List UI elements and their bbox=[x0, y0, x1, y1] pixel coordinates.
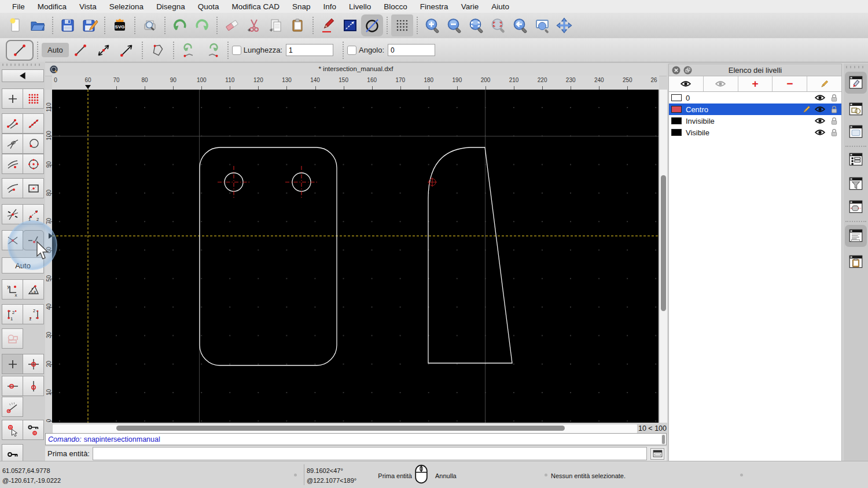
layer-visibility-icon[interactable] bbox=[815, 94, 825, 102]
current-tool-line-button[interactable] bbox=[6, 40, 34, 61]
zoom-auto-button[interactable] bbox=[465, 14, 487, 36]
edit-layer-button[interactable] bbox=[807, 76, 841, 91]
layer-edit-icon[interactable] bbox=[801, 105, 811, 113]
length-input[interactable] bbox=[286, 44, 333, 56]
menu-seleziona[interactable]: Seleziona bbox=[103, 2, 150, 11]
layer-row-invisibile[interactable]: Invisibile bbox=[669, 115, 841, 127]
layer-visibility-icon[interactable] bbox=[815, 117, 825, 125]
save-button[interactable] bbox=[57, 14, 79, 36]
menu-disegna[interactable]: Disegna bbox=[150, 2, 192, 11]
redo-segment-button[interactable] bbox=[201, 41, 224, 60]
menu-vista[interactable]: Vista bbox=[73, 2, 103, 11]
zoom-pan-button[interactable] bbox=[553, 14, 575, 36]
coord-cartesian-button[interactable]: yx bbox=[2, 279, 23, 300]
restrict-crosshair-button[interactable] bbox=[23, 354, 44, 374]
snap-auto-intersection-button[interactable] bbox=[2, 204, 23, 224]
restrict-angle-button[interactable] bbox=[2, 397, 23, 417]
layer-visibility-icon[interactable] bbox=[815, 105, 825, 113]
ellipse-line-button[interactable] bbox=[361, 14, 383, 36]
dock-pen-widget-button[interactable] bbox=[845, 72, 867, 94]
length-checkbox[interactable] bbox=[232, 46, 241, 55]
layer-row-centro[interactable]: Centro bbox=[669, 103, 841, 115]
layer-visibility-icon[interactable] bbox=[815, 128, 825, 136]
dock-list-widget-button[interactable] bbox=[845, 149, 867, 171]
horizontal-scrollbar-thumb[interactable] bbox=[116, 426, 565, 431]
eraser-button[interactable] bbox=[221, 14, 243, 36]
open-file-button[interactable] bbox=[27, 14, 49, 36]
layer-lock-icon[interactable] bbox=[829, 94, 839, 102]
show-all-layers-button[interactable] bbox=[669, 76, 704, 91]
paste-button[interactable] bbox=[287, 14, 309, 36]
angle-input[interactable] bbox=[388, 44, 435, 56]
layer-lock-icon[interactable] bbox=[829, 105, 839, 113]
snap-center-button[interactable] bbox=[23, 154, 44, 174]
restrict-nothing-button[interactable] bbox=[2, 328, 23, 349]
restrict-vertical-button[interactable] bbox=[23, 376, 44, 396]
undo-button[interactable] bbox=[169, 14, 191, 36]
line-attributes-button[interactable] bbox=[339, 14, 361, 36]
angle-checkbox[interactable] bbox=[347, 46, 356, 55]
save-as-button[interactable] bbox=[79, 14, 101, 36]
menu-modifica[interactable]: Modifica bbox=[31, 2, 73, 11]
restrict-free-button[interactable] bbox=[2, 354, 23, 374]
command-keyboard-button[interactable] bbox=[650, 448, 664, 460]
snap-on-circle-button[interactable] bbox=[23, 134, 44, 154]
pen-button[interactable] bbox=[317, 14, 339, 36]
coord-polar-button[interactable]: ra bbox=[23, 279, 44, 300]
line-double-arrow-button[interactable] bbox=[92, 41, 115, 60]
remove-layer-button[interactable]: − bbox=[773, 76, 807, 91]
zoom-out-button[interactable] bbox=[443, 14, 465, 36]
line-arrow-button[interactable] bbox=[115, 41, 138, 60]
layer-lock-icon[interactable] bbox=[829, 117, 839, 125]
snap-on-entity-button[interactable] bbox=[23, 113, 44, 134]
dock-block-widget-button[interactable] bbox=[845, 98, 867, 120]
layer-row-0[interactable]: 0 bbox=[669, 92, 841, 103]
restrict-horizontal-button[interactable] bbox=[2, 376, 23, 396]
add-layer-button[interactable]: + bbox=[738, 76, 773, 91]
dock-preview-widget-button[interactable] bbox=[845, 121, 867, 143]
menu-snap[interactable]: Snap bbox=[286, 2, 317, 11]
redo-button[interactable] bbox=[191, 14, 213, 36]
snap-endpoint-button[interactable] bbox=[2, 113, 23, 134]
dock-clipboard-widget-button[interactable] bbox=[845, 251, 867, 273]
undock-panel-icon[interactable] bbox=[683, 66, 692, 75]
grid-toggle-button[interactable] bbox=[391, 14, 413, 36]
lock-relative-zero-target-button[interactable] bbox=[23, 420, 44, 440]
line-two-points-button[interactable] bbox=[69, 41, 92, 60]
command-history[interactable]: Comando: snapintersectionmanual bbox=[45, 433, 667, 445]
menu-finestra[interactable]: Finestra bbox=[414, 2, 455, 11]
dock-material-widget-button[interactable] bbox=[845, 196, 867, 218]
menu-aiuto[interactable]: Aiuto bbox=[485, 2, 516, 11]
zoom-selected-button[interactable] bbox=[487, 14, 509, 36]
menu-info[interactable]: Info bbox=[317, 2, 343, 11]
new-file-button[interactable] bbox=[5, 14, 27, 36]
command-input[interactable] bbox=[93, 447, 647, 460]
ortho-2-1-button[interactable]: 12 bbox=[23, 304, 44, 324]
snap-reference-rect-button[interactable] bbox=[23, 178, 44, 198]
menu-quota[interactable]: Quota bbox=[192, 2, 226, 11]
undo-segment-button[interactable] bbox=[178, 41, 201, 60]
cut-button[interactable] bbox=[243, 14, 265, 36]
menu-blocco[interactable]: Blocco bbox=[377, 2, 414, 11]
vertical-scrollbar[interactable] bbox=[659, 90, 667, 423]
ortho-1-2-button[interactable]: 12 bbox=[2, 304, 23, 324]
drawing-canvas[interactable] bbox=[52, 90, 659, 423]
snap-tangent-button[interactable] bbox=[2, 134, 23, 154]
set-relative-zero-button[interactable] bbox=[2, 420, 23, 440]
zoom-window-button[interactable] bbox=[531, 14, 553, 36]
vertical-scrollbar-thumb[interactable] bbox=[661, 175, 666, 311]
dock-filter-widget-button[interactable] bbox=[845, 173, 867, 195]
snap-middle-button[interactable] bbox=[2, 154, 23, 174]
dockstrip-drag-handle[interactable] bbox=[846, 66, 866, 68]
zoom-previous-button[interactable] bbox=[509, 14, 531, 36]
zoom-in-button[interactable] bbox=[421, 14, 443, 36]
snap-free-button[interactable] bbox=[2, 88, 23, 109]
horizontal-scrollbar[interactable] bbox=[52, 424, 638, 434]
menu-varie[interactable]: Varie bbox=[455, 2, 486, 11]
command-history-scrollbar-thumb[interactable] bbox=[662, 435, 665, 444]
snap-auto-option-button[interactable]: Auto bbox=[42, 43, 69, 57]
menu-modifica-cad[interactable]: Modifica CAD bbox=[225, 2, 286, 11]
layer-lock-icon[interactable] bbox=[829, 128, 839, 136]
svg-export-button[interactable]: SVG bbox=[109, 14, 131, 36]
snap-back-button[interactable] bbox=[2, 69, 44, 82]
